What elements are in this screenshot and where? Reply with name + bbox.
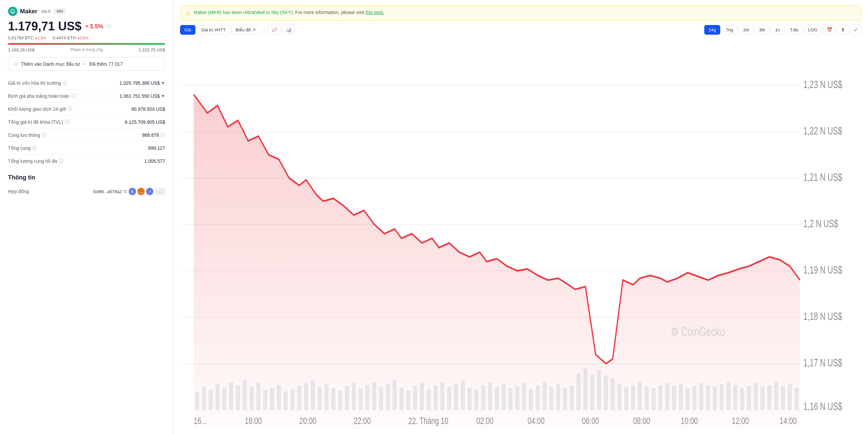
tab-line-chart[interactable]: 📈 [268,25,281,35]
tab-log[interactable]: LOG [804,25,822,35]
tab-bar-chart[interactable]: 📊 [282,25,295,35]
eth-price: 0,4474 ETH 0.5% [53,35,88,40]
svg-rect-114 [787,384,792,410]
svg-rect-33 [236,385,240,410]
svg-rect-85 [590,375,594,410]
tab-calendar[interactable]: 📅 [823,25,836,35]
tab-3th[interactable]: 3th [755,25,769,35]
fox-icon[interactable]: 🦊 [137,188,145,195]
coin-rank: #84 [54,8,66,14]
svg-rect-101 [699,383,703,410]
contract-icons: E 🦊 ↗ [129,188,153,195]
stats-market-cap: Giá trị vốn hóa thị trường ⓘ 1.025.795.3… [8,77,165,90]
svg-rect-100 [692,386,696,410]
svg-rect-28 [202,387,206,410]
tab-7ng[interactable]: 7ng [722,25,738,35]
info-icon-5[interactable]: ⓘ [32,145,37,151]
tab-bieudo[interactable]: Biểu đồ ↗ [231,25,260,35]
svg-rect-36 [256,383,260,410]
price-chart: 1,23 N US$ 1,22 N US$ 1,21 N US$ 1,2 N U… [180,39,861,429]
contract-label: Hợp đồng [8,189,29,194]
stats-table: Giá trị vốn hóa thị trường ⓘ 1.025.795.3… [8,77,165,167]
svg-rect-61 [427,389,431,410]
svg-text:1,16 N US$: 1,16 N US$ [803,401,842,412]
svg-rect-50 [352,383,356,410]
eth-icon[interactable]: E [129,188,136,195]
watchlist-button[interactable]: ☆ Thêm vào Danh mục đầu tư • Đã thêm 77.… [8,57,165,71]
notice-link[interactable]: this post. [366,10,384,15]
svg-rect-112 [774,382,778,410]
coin-name: Maker [20,8,37,15]
svg-rect-30 [215,384,219,410]
star-icon: ☆ [14,61,18,67]
svg-rect-74 [515,386,519,410]
info-icon-4b[interactable]: ⓘ [160,132,165,138]
tab-tda[interactable]: T.đa [786,25,803,35]
tab-download[interactable]: ⬇ [837,25,849,35]
svg-text:18:00: 18:00 [245,416,262,426]
more-button[interactable]: ··· [155,188,165,195]
svg-text:14:00: 14:00 [780,416,797,426]
svg-text:16...: 16... [194,416,207,426]
svg-rect-65 [454,384,458,410]
svg-rect-75 [522,383,526,410]
svg-rect-76 [529,389,533,410]
sub-prices: 0,01760 BTC 1.5% 0,4474 ETH 0.5% [8,35,165,40]
external-icon[interactable]: ↗ [146,188,153,195]
tab-vhtt[interactable]: Giá trị VHTT [197,25,230,35]
tab-gia[interactable]: Giá [180,25,195,35]
svg-rect-60 [420,383,424,410]
svg-rect-95 [658,385,662,410]
tab-expand[interactable]: ⤢ [850,25,861,35]
stats-label-4: Cung lưu thông ⓘ [8,132,46,138]
svg-rect-103 [713,387,717,410]
notice-banner: ⚠ Maker (MKR) has been rebranded to Sky … [180,5,861,21]
svg-rect-52 [366,385,370,410]
svg-rect-49 [345,386,349,410]
info-icon-6[interactable]: ⓘ [59,158,63,164]
svg-rect-81 [563,388,567,410]
price-row: 1.179,71 US$ 3.5% ⓘ [8,19,165,33]
info-icon-4[interactable]: ⓘ [42,132,46,138]
svg-rect-53 [372,382,376,410]
svg-rect-87 [604,376,608,410]
range-high: 1.223,75 US$ [138,48,165,52]
stats-label-2: Khối lượng giao dịch 24 giờ ⓘ [8,106,72,112]
copy-icon[interactable]: ⧉ [124,189,127,194]
coin-header: Maker MKR #84 [8,7,165,16]
svg-rect-54 [379,387,383,410]
svg-text:12:00: 12:00 [732,416,749,426]
stats-max-supply: Tổng lượng cung tối đa ⓘ 1.005.577 [8,155,165,167]
info-icon-2[interactable]: ⓘ [68,106,72,112]
svg-rect-41 [290,389,294,410]
right-panel: ⚠ Maker (MKR) has been rebranded to Sky … [174,0,868,434]
svg-rect-110 [761,387,765,410]
svg-rect-105 [726,382,730,410]
stats-label-5: Tổng cung ⓘ [8,145,37,151]
info-icon-0[interactable]: ⓘ [63,80,67,86]
svg-rect-97 [672,386,676,410]
coin-symbol: MKR [41,9,51,14]
svg-rect-63 [440,382,444,410]
tab-1th[interactable]: 1th [739,25,753,35]
svg-rect-29 [209,390,213,410]
tab-24g[interactable]: 24g [704,25,720,35]
svg-rect-58 [406,391,410,410]
stats-value-2: 90.978.924 US$ [131,106,165,112]
info-icon-1[interactable]: ⓘ [71,93,76,99]
watchlist-label: Thêm vào Danh mục đầu tư [21,61,80,67]
svg-rect-79 [549,387,553,410]
info-icon-3[interactable]: ⓘ [65,119,69,125]
svg-rect-59 [413,386,417,410]
chevron-0[interactable]: ▼ [161,81,165,85]
price-info-icon[interactable]: ⓘ [107,23,112,29]
tab-1n[interactable]: 1n [771,25,784,35]
svg-text:10:00: 10:00 [681,416,698,426]
svg-rect-102 [706,385,710,410]
stats-value-6: 1.005.577 [145,158,165,164]
chevron-1[interactable]: ▼ [161,94,165,98]
svg-rect-104 [720,384,723,410]
contract-address: 0x9f8...a579a2 [93,189,122,194]
left-panel: Maker MKR #84 1.179,71 US$ 3.5% ⓘ 0,0176… [0,0,174,434]
price-range: 1.165,28 US$ Phạm vi trong 24g 1.223,75 … [8,48,165,52]
